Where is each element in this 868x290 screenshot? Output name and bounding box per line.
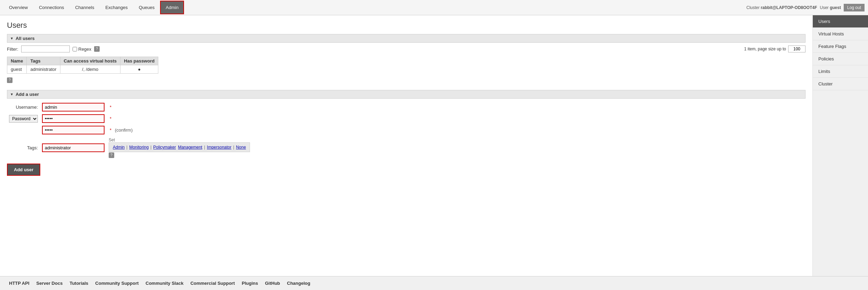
footer-tutorials[interactable]: Tutorials xyxy=(66,281,92,286)
sidebar-item-cluster[interactable]: Cluster xyxy=(813,78,868,90)
footer-community-support[interactable]: Community Support xyxy=(92,281,142,286)
table-help-icon[interactable]: ? xyxy=(7,77,12,83)
col-vhosts: Can access virtual hosts xyxy=(60,57,120,65)
tags-input-cell xyxy=(40,136,107,159)
user-label: User guest xyxy=(820,5,841,10)
cluster-info-area: Cluster rabbit@LAPTOP-OD8OOT4F User gues… xyxy=(746,4,865,11)
tag-impersonator-button[interactable]: Impersonator xyxy=(206,144,233,150)
all-users-label: All users xyxy=(16,36,35,41)
add-section-arrow-icon: ▼ xyxy=(10,92,14,96)
col-name: Name xyxy=(7,57,27,65)
user-name-cell[interactable]: guest xyxy=(7,65,27,74)
sidebar-item-limits[interactable]: Limits xyxy=(813,65,868,78)
add-user-button[interactable]: Add user xyxy=(7,164,40,176)
username-label: Username: xyxy=(7,101,40,113)
tags-set-cell: Set Admin | Monitoring | Policymaker Man… xyxy=(107,136,252,159)
nav-overview[interactable]: Overview xyxy=(3,1,33,14)
tag-policymaker-button[interactable]: Policymaker xyxy=(152,144,177,150)
nav-exchanges[interactable]: Exchanges xyxy=(100,1,133,14)
content-area: Users ▼ All users Filter: Regex ? 1 item… xyxy=(0,15,812,276)
set-label: Set xyxy=(109,138,115,142)
password-row: Password Hashing * xyxy=(7,113,252,124)
sidebar-item-feature-flags[interactable]: Feature Flags xyxy=(813,40,868,53)
cluster-name: rabbit@LAPTOP-OD8OOT4F xyxy=(761,5,817,10)
username-input-cell xyxy=(40,101,107,113)
pagination-info: 1 item, page size up to xyxy=(744,45,806,52)
password-input[interactable] xyxy=(42,114,105,123)
page-size-input[interactable] xyxy=(788,45,806,52)
password-required: * xyxy=(107,113,252,124)
nav-channels[interactable]: Channels xyxy=(69,1,100,14)
add-user-section: ▼ Add a user Username: * xyxy=(7,90,806,176)
footer-http-api[interactable]: HTTP API xyxy=(6,281,33,286)
footer-github[interactable]: GitHub xyxy=(261,281,283,286)
col-tags: Tags xyxy=(27,57,60,65)
section-arrow-icon: ▼ xyxy=(10,36,14,40)
filter-row: Filter: Regex ? 1 item, page size up to xyxy=(7,45,806,52)
confirm-password-input[interactable] xyxy=(42,126,105,134)
sidebar: Users Virtual Hosts Feature Flags Polici… xyxy=(812,15,868,276)
user-password-cell: ● xyxy=(120,65,158,74)
tag-management-button[interactable]: Management xyxy=(177,144,203,150)
nav-links: Overview Connections Channels Exchanges … xyxy=(3,1,184,14)
footer-plugins[interactable]: Plugins xyxy=(238,281,261,286)
filter-help-icon[interactable]: ? xyxy=(94,46,100,52)
confirm-input-cell xyxy=(40,124,107,136)
nav-queues[interactable]: Queues xyxy=(133,1,160,14)
confirm-spacer xyxy=(7,124,40,136)
all-users-section-header[interactable]: ▼ All users xyxy=(7,34,806,43)
footer-commercial-support[interactable]: Commercial Support xyxy=(187,281,238,286)
sidebar-item-users[interactable]: Users xyxy=(813,15,868,28)
add-user-form: Username: * Password Hashing xyxy=(7,101,252,159)
tag-admin-button[interactable]: Admin xyxy=(112,144,126,150)
tags-input[interactable] xyxy=(42,143,105,152)
username-input[interactable] xyxy=(42,103,105,111)
col-password: Has password xyxy=(120,57,158,65)
main-layout: Users ▼ All users Filter: Regex ? 1 item… xyxy=(0,15,868,276)
sidebar-item-policies[interactable]: Policies xyxy=(813,53,868,65)
tags-row: Tags: Set Admin | Monitoring | Policy xyxy=(7,136,252,159)
page-title: Users xyxy=(7,21,806,30)
users-table: Name Tags Can access virtual hosts Has p… xyxy=(7,57,158,74)
tag-monitoring-button[interactable]: Monitoring xyxy=(128,144,150,150)
footer: HTTP API Server Docs Tutorials Community… xyxy=(0,276,868,290)
tags-label: Tags: xyxy=(7,136,40,159)
username-row: Username: * xyxy=(7,101,252,113)
top-navigation: Overview Connections Channels Exchanges … xyxy=(0,0,868,15)
regex-label[interactable]: Regex xyxy=(73,47,92,52)
footer-changelog[interactable]: Changelog xyxy=(284,281,314,286)
footer-community-slack[interactable]: Community Slack xyxy=(142,281,187,286)
logout-button[interactable]: Log out xyxy=(844,4,865,11)
confirm-label: (confirm) xyxy=(115,127,133,133)
username-required: * xyxy=(107,101,252,113)
confirm-password-row: * (confirm) xyxy=(7,124,252,136)
add-user-section-label: Add a user xyxy=(16,92,39,97)
cluster-label: Cluster rabbit@LAPTOP-OD8OOT4F xyxy=(746,5,817,10)
tag-none-button[interactable]: None xyxy=(235,144,247,150)
add-user-section-header[interactable]: ▼ Add a user xyxy=(7,90,806,99)
tags-help-icon[interactable]: ? xyxy=(109,152,114,158)
pagination-label: 1 item, page size up to xyxy=(744,47,786,51)
tag-buttons-area: Admin | Monitoring | Policymaker Managem… xyxy=(109,142,250,152)
nav-admin[interactable]: Admin xyxy=(160,1,184,14)
sidebar-item-virtual-hosts[interactable]: Virtual Hosts xyxy=(813,28,868,40)
user-name: guest xyxy=(830,5,841,10)
user-vhosts-cell: /, /demo xyxy=(60,65,120,74)
table-row: guest administrator /, /demo ● xyxy=(7,65,158,74)
confirm-required: * (confirm) xyxy=(107,124,252,136)
password-type-select[interactable]: Password Hashing xyxy=(9,115,38,123)
user-tags-cell: administrator xyxy=(27,65,60,74)
filter-input[interactable] xyxy=(21,45,70,52)
footer-server-docs[interactable]: Server Docs xyxy=(33,281,66,286)
regex-checkbox[interactable] xyxy=(73,47,77,51)
password-input-cell xyxy=(40,113,107,124)
nav-connections[interactable]: Connections xyxy=(33,1,69,14)
filter-label: Filter: xyxy=(7,47,18,52)
password-label-cell: Password Hashing xyxy=(7,113,40,124)
